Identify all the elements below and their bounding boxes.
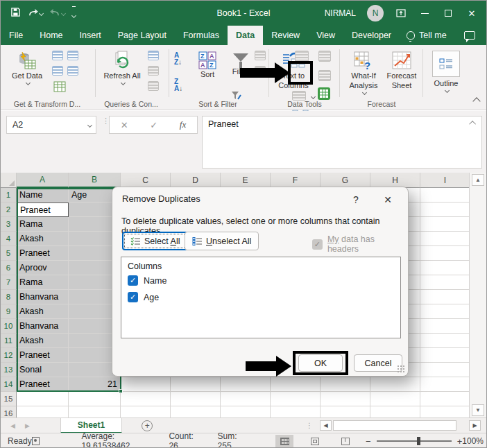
cell[interactable] bbox=[121, 392, 171, 406]
cell[interactable] bbox=[420, 377, 470, 392]
what-if-analysis-button[interactable]: ? What-If Analysis bbox=[343, 51, 384, 94]
row-header-11[interactable]: 11 bbox=[1, 334, 17, 348]
row-header-14[interactable]: 14 bbox=[1, 377, 17, 392]
cell[interactable] bbox=[271, 406, 321, 417]
cell[interactable] bbox=[420, 275, 470, 290]
insert-function-icon[interactable]: fx bbox=[180, 119, 186, 130]
name-box-dropdown-icon[interactable] bbox=[87, 123, 92, 128]
user-name[interactable]: NIRMAL bbox=[325, 8, 356, 18]
cell[interactable] bbox=[17, 406, 69, 417]
tab-home[interactable]: Home bbox=[31, 26, 71, 45]
cell[interactable]: Aproov bbox=[17, 261, 69, 275]
row-header-15[interactable]: 15 bbox=[1, 392, 17, 406]
cell[interactable] bbox=[171, 392, 221, 406]
column-header-b[interactable]: B bbox=[69, 173, 121, 188]
save-icon[interactable] bbox=[10, 7, 21, 20]
scroll-down-icon[interactable]: ▼ bbox=[472, 404, 484, 416]
redo-dropdown-icon[interactable] bbox=[61, 10, 66, 15]
dialog-resize-grip[interactable] bbox=[397, 365, 405, 373]
fill-handle[interactable] bbox=[119, 389, 123, 393]
cell[interactable]: Praneet bbox=[17, 246, 69, 261]
column-header-g[interactable]: G bbox=[321, 173, 370, 188]
recent-sources-icon[interactable] bbox=[67, 51, 78, 60]
dialog-help-icon[interactable]: ? bbox=[348, 192, 364, 207]
cell[interactable] bbox=[221, 406, 271, 417]
cell[interactable] bbox=[171, 406, 221, 417]
cell[interactable]: 21 bbox=[69, 377, 121, 392]
cell[interactable] bbox=[420, 334, 470, 348]
cell[interactable] bbox=[420, 348, 470, 363]
cell[interactable] bbox=[420, 290, 470, 304]
row-header-1[interactable]: 1 bbox=[1, 188, 17, 203]
page-layout-view-button[interactable] bbox=[306, 435, 324, 448]
cell[interactable]: Rama bbox=[17, 275, 69, 290]
average-stat[interactable]: Average: 19.61538462 bbox=[81, 431, 149, 448]
tab-scroll-splitter[interactable]: ⋮ bbox=[306, 422, 313, 429]
dialog-close-icon[interactable]: ✕ bbox=[380, 192, 395, 207]
row-header-4[interactable]: 4 bbox=[1, 232, 17, 246]
cell[interactable]: Sonal bbox=[17, 363, 69, 377]
cancel-button[interactable]: Cancel bbox=[354, 354, 402, 372]
row-header-12[interactable]: 12 bbox=[1, 348, 17, 363]
row-header-10[interactable]: 10 bbox=[1, 319, 17, 334]
cell[interactable] bbox=[420, 406, 470, 417]
queries-connections-icon[interactable] bbox=[148, 51, 159, 60]
tab-page-layout[interactable]: Page Layout bbox=[110, 26, 175, 45]
cell[interactable] bbox=[420, 232, 470, 246]
edit-links-icon[interactable] bbox=[148, 81, 159, 91]
zoom-slider-thumb[interactable] bbox=[417, 437, 420, 445]
select-all-button[interactable]: Select All bbox=[122, 232, 188, 250]
formula-input[interactable]: Praneet bbox=[202, 116, 482, 169]
cell[interactable] bbox=[420, 203, 470, 217]
column-checkbox-age[interactable]: ✓ Age bbox=[128, 292, 159, 302]
row-header-7[interactable]: 7 bbox=[1, 275, 17, 290]
row-header-2[interactable]: 2 bbox=[1, 203, 17, 217]
from-text-icon[interactable] bbox=[52, 51, 63, 60]
column-header-i[interactable]: I bbox=[420, 173, 470, 188]
tab-view[interactable]: View bbox=[308, 26, 343, 45]
consolidate-icon[interactable] bbox=[318, 51, 331, 62]
cell[interactable] bbox=[420, 363, 470, 377]
cell[interactable] bbox=[370, 406, 420, 417]
forecast-sheet-button[interactable]: Forecast Sheet bbox=[384, 51, 420, 91]
tab-file[interactable]: File bbox=[1, 26, 31, 45]
from-table-icon[interactable] bbox=[53, 81, 66, 92]
ok-button[interactable]: OK bbox=[298, 354, 343, 372]
normal-view-button[interactable] bbox=[275, 435, 293, 448]
tab-review[interactable]: Review bbox=[263, 26, 308, 45]
refresh-all-button[interactable]: Refresh All bbox=[102, 51, 142, 85]
horizontal-scrollbar[interactable] bbox=[333, 420, 456, 431]
cell[interactable] bbox=[321, 392, 370, 406]
close-button[interactable]: ✕ bbox=[465, 7, 478, 19]
cell[interactable]: Akash bbox=[17, 334, 69, 348]
tab-insert[interactable]: Insert bbox=[71, 26, 110, 45]
sort-az-icon[interactable]: AZ↓ bbox=[174, 52, 182, 66]
cell[interactable]: Bhanvana bbox=[17, 319, 69, 334]
from-web-icon[interactable] bbox=[52, 66, 63, 76]
cell[interactable] bbox=[321, 377, 370, 392]
column-header-h[interactable]: H bbox=[370, 173, 420, 188]
cancel-entry-icon[interactable]: ✕ bbox=[121, 120, 128, 130]
row-header-5[interactable]: 5 bbox=[1, 246, 17, 261]
cell[interactable] bbox=[420, 246, 470, 261]
scroll-up-icon[interactable]: ▲ bbox=[472, 174, 484, 186]
ribbon-display-options-icon[interactable] bbox=[395, 7, 407, 19]
row-header-8[interactable]: 8 bbox=[1, 290, 17, 304]
cell[interactable] bbox=[420, 392, 470, 406]
confirm-entry-icon[interactable]: ✓ bbox=[150, 120, 157, 130]
tab-formulas[interactable]: Formulas bbox=[175, 26, 228, 45]
column-checkbox-name[interactable]: ✓ Name bbox=[128, 275, 166, 286]
cell[interactable] bbox=[121, 377, 171, 392]
cell[interactable] bbox=[420, 188, 470, 203]
zoom-out-icon[interactable]: − bbox=[366, 436, 371, 447]
zoom-in-icon[interactable]: + bbox=[457, 436, 463, 447]
hscroll-left-icon[interactable]: ◀ bbox=[320, 420, 332, 431]
cell[interactable] bbox=[420, 217, 470, 232]
formula-bar-collapse-icon[interactable] bbox=[469, 121, 476, 128]
cell[interactable] bbox=[69, 392, 121, 406]
cell[interactable] bbox=[171, 377, 221, 392]
cell[interactable] bbox=[17, 392, 69, 406]
cell[interactable] bbox=[420, 319, 470, 334]
column-header-d[interactable]: D bbox=[171, 173, 221, 188]
relationships-icon[interactable] bbox=[318, 70, 331, 81]
